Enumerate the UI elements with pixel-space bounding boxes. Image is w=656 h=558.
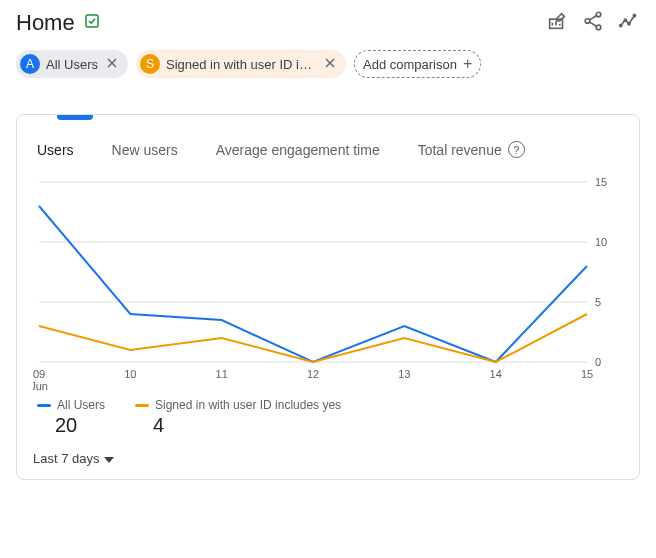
verified-icon [83, 12, 101, 34]
svg-point-7 [628, 23, 630, 25]
page-title: Home [16, 10, 75, 36]
svg-text:15: 15 [581, 368, 593, 380]
active-tab-indicator [57, 115, 93, 120]
legend-label-b: Signed in with user ID includes yes [155, 398, 341, 412]
svg-point-5 [620, 24, 622, 26]
legend-swatch-b [135, 404, 149, 407]
tab-users[interactable]: Users [37, 141, 74, 158]
plus-icon: + [463, 56, 472, 72]
svg-text:14: 14 [490, 368, 502, 380]
legend-swatch-a [37, 404, 51, 407]
svg-text:0: 0 [595, 356, 601, 368]
comparison-chip-b[interactable]: S Signed in with user ID in… [136, 50, 346, 78]
chip-badge-a: A [20, 54, 40, 74]
svg-text:5: 5 [595, 296, 601, 308]
insights-icon[interactable] [618, 10, 640, 36]
svg-text:10: 10 [124, 368, 136, 380]
tab-total-revenue-label: Total revenue [418, 142, 502, 158]
tab-new-users[interactable]: New users [112, 141, 178, 158]
svg-point-6 [624, 19, 626, 21]
chip-label-b: Signed in with user ID in… [166, 57, 316, 72]
comparison-chip-a[interactable]: A All Users [16, 50, 128, 78]
chart-legend: All Users 20 Signed in with user ID incl… [33, 392, 623, 445]
date-range-picker[interactable]: Last 7 days [33, 445, 114, 466]
svg-rect-0 [86, 15, 98, 27]
add-comparison-label: Add comparison [363, 57, 457, 72]
date-range-label: Last 7 days [33, 451, 100, 466]
tab-avg-engagement[interactable]: Average engagement time [216, 141, 380, 158]
customize-icon[interactable] [546, 10, 568, 36]
svg-point-8 [633, 14, 635, 16]
svg-text:12: 12 [307, 368, 319, 380]
close-icon[interactable] [322, 55, 338, 74]
legend-item-b: Signed in with user ID includes yes 4 [135, 398, 341, 437]
svg-text:Jun: Jun [33, 380, 48, 392]
close-icon[interactable] [104, 55, 120, 74]
share-icon[interactable] [582, 10, 604, 36]
chip-badge-b: S [140, 54, 160, 74]
svg-text:13: 13 [398, 368, 410, 380]
metrics-card: Users New users Average engagement time … [16, 114, 640, 480]
legend-value-a: 20 [37, 414, 105, 437]
legend-item-a: All Users 20 [37, 398, 105, 437]
legend-value-b: 4 [135, 414, 341, 437]
tab-total-revenue[interactable]: Total revenue ? [418, 141, 525, 158]
chevron-down-icon [104, 451, 114, 466]
legend-label-a: All Users [57, 398, 105, 412]
svg-text:15: 15 [595, 176, 607, 188]
svg-text:10: 10 [595, 236, 607, 248]
line-chart: 05101509101112131415Jun [33, 172, 623, 392]
help-icon[interactable]: ? [508, 141, 525, 158]
svg-text:11: 11 [216, 368, 228, 380]
chip-label-a: All Users [46, 57, 98, 72]
svg-text:09: 09 [33, 368, 45, 380]
add-comparison-button[interactable]: Add comparison + [354, 50, 481, 78]
